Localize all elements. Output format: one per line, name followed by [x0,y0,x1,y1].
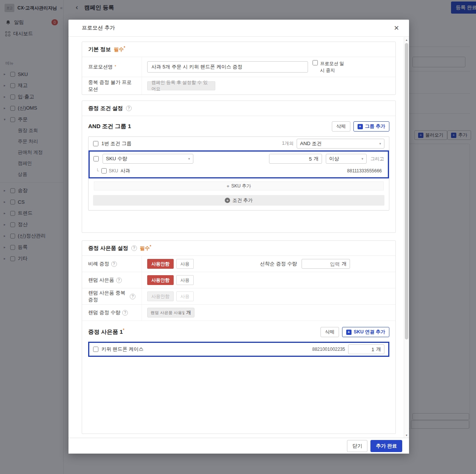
gift-list-heading-row: 증정 사은품 1* 삭제 + SKU 연결 추가 [88,327,389,337]
help-icon[interactable]: ? [130,294,135,299]
proportional-on-toggle[interactable]: 사용 [176,259,194,269]
gift-delete-button[interactable]: 삭제 [320,327,339,337]
quantity-input-box: 개 [269,154,322,164]
gift-qty-input[interactable] [352,347,374,352]
help-icon[interactable]: ? [122,310,128,316]
modal-close-button[interactable]: 닫기 [347,440,367,452]
sku-prefix: SKU [109,168,118,173]
basic-info-title-row: 기본 정보 필수* [82,42,395,57]
condition-checkbox[interactable] [93,156,99,161]
gift-condition-title-row: 증정 조건 설정 ? [82,101,395,116]
promotion-add-modal: 프로모션 추가 ✕ 기본 정보 필수* 프로모션명* 프로모션 일시 중지 [68,20,409,454]
quantity-unit: 개 [314,155,319,162]
comparator-select[interactable]: 이상 ▾ [326,154,367,164]
duplicate-gift-row: 중복 증정 불가 프로모션 캠페인 등록 후 설정할 수 있어요 [82,77,395,94]
sku-link-doc-icon: + [346,330,352,335]
tree-branch-icon: └ [96,168,99,173]
and-condition-select[interactable]: AND 조건 ▾ [297,139,384,149]
random-on-toggle[interactable]: 사용 [176,275,194,285]
modal-body: 기본 정보 필수* 프로모션명* 프로모션 일시 중지 중복 증정 불가 프로모… [68,37,409,438]
promotion-name-label: 프로모션명* [82,57,142,77]
first-come-unit: 개 [342,260,347,267]
random-gift-row: 랜덤 사은품 ? 사용안함 사용 [82,272,395,288]
random-qty-input [151,310,184,315]
gift-condition-section: 증정 조건 설정 ? AND 조건 그룹 1 삭제 + 그룹 추가 1번 조건 … [82,101,396,233]
gift-item-code: 8821001002235 [312,347,345,352]
modal-submit-button[interactable]: 추가 완료 [370,440,402,452]
required-label: 필수* [114,46,125,53]
group-add-doc-icon: + [358,124,363,129]
proportional-off-toggle[interactable]: 사용안함 [147,259,174,269]
sku-checkbox[interactable] [101,168,107,173]
sku-code: 88111333555666 [347,168,382,173]
and-word: 그리고 [370,156,384,162]
chevron-down-icon: ▾ [358,157,363,161]
gift-condition-title: 증정 조건 설정 [88,105,123,112]
condition-group-box: 1번 조건 그룹 1개의 AND 조건 ▾ SKU 수량 [88,136,389,211]
condition-row: SKU 수량 ▾ 개 이상 ▾ [90,152,388,166]
random-off-toggle[interactable]: 사용안함 [147,275,174,285]
condition-sku-row: └ SKU 사과 88111333555666 [90,166,388,177]
promotion-pause-label: 프로모션 일시 중지 [320,60,346,74]
promotion-name-input[interactable] [147,61,308,73]
gift-item-row: 키위 핸드폰 케이스 8821001002235 개 [88,342,389,357]
sku-add-button[interactable]: + SKU 추가 [94,181,384,191]
random-gift-label: 랜덤 사은품 ? [82,272,142,288]
modal-title: 프로모션 추가 [82,25,115,31]
proportional-gift-row: 비례 증정 ? 사용안함 사용 선착순 증정 수량 개 [82,256,395,272]
help-icon[interactable]: ? [131,245,137,251]
random-dup-on-toggle: 사용 [176,291,194,301]
modal-footer: 닫기 추가 완료 [68,438,409,454]
scroll-up-icon[interactable]: ▲ [404,37,409,42]
random-qty-label: 랜덤 증정 수량 ? [82,305,142,321]
quantity-input[interactable] [272,156,312,162]
help-icon[interactable]: ? [116,277,122,283]
gift-item-section: 증정 사은품 설정 ? 필수* 비례 증정 ? 사용안함 사용 선착순 증정 수… [82,240,396,434]
duplicate-gift-disabled-value: 캠페인 등록 후 설정할 수 있어요 [147,81,215,90]
condition-group-checkbox[interactable] [93,141,98,146]
random-dup-row: 랜덤 사은품 중복 증정 ? 사용안함 사용 [82,288,395,305]
duplicate-gift-label: 중복 증정 불가 프로모션 [82,77,142,94]
close-icon[interactable]: ✕ [392,23,401,34]
gift-item-title: 증정 사은품 설정 [88,245,128,252]
proportional-gift-label: 비례 증정 ? [82,256,142,272]
chevron-down-icon: ▾ [185,157,190,161]
help-icon[interactable]: ? [111,261,117,267]
random-qty-row: 랜덤 증정 수량 ? 개 [82,305,395,321]
promotion-pause-option: 프로모션 일시 중지 [313,60,346,74]
condition-group-header: 1번 조건 그룹 1개의 AND 조건 ▾ [89,137,389,150]
chevron-down-icon: ▾ [376,142,381,146]
random-dup-label: 랜덤 사은품 중복 증정 ? [82,288,142,304]
first-come-input[interactable] [305,261,340,267]
condition-group-label: 1번 조건 그룹 [101,140,131,147]
help-icon[interactable]: ? [126,105,132,111]
gift-qty-input-box: 개 [348,344,384,354]
modal-scrollbar[interactable]: ▲ ▼ [404,37,409,438]
and-group-heading-row: AND 조건 그룹 1 삭제 + 그룹 추가 [88,121,389,132]
group-delete-button[interactable]: 삭제 [332,121,350,132]
plus-icon: + [227,183,230,189]
first-come-input-box: 개 [302,259,350,269]
condition-type-select[interactable]: SKU 수량 ▾ [103,154,193,164]
gift-qty-unit: 개 [376,346,381,353]
random-qty-unit: 개 [186,309,191,316]
and-group-heading: AND 조건 그룹 1 [88,123,131,130]
gift-list-heading: 증정 사은품 1* [88,328,124,336]
condition-highlight-block: SKU 수량 ▾ 개 이상 ▾ [89,150,389,178]
promotion-name-row: 프로모션명* 프로모션 일시 중지 [82,57,395,77]
modal-header: 프로모션 추가 ✕ [68,20,409,37]
first-come-label: 선착순 증정 수량 [260,260,297,267]
gift-item-name: 키위 핸드폰 케이스 [101,346,143,353]
sku-link-add-button[interactable]: + SKU 연결 추가 [342,327,389,337]
sku-name: 사과 [120,167,130,174]
promotion-pause-checkbox[interactable] [313,60,318,65]
required-label: 필수* [140,245,151,252]
scroll-down-icon[interactable]: ▼ [404,432,409,438]
circle-plus-icon: + [225,198,230,203]
gift-item-checkbox[interactable] [93,347,98,352]
random-dup-off-toggle: 사용안함 [147,291,174,301]
basic-info-title: 기본 정보 [88,46,111,53]
scrollbar-thumb[interactable] [405,43,408,339]
group-add-button[interactable]: + 그룹 추가 [353,121,389,132]
condition-add-button[interactable]: + 조건 추가 [93,195,384,206]
